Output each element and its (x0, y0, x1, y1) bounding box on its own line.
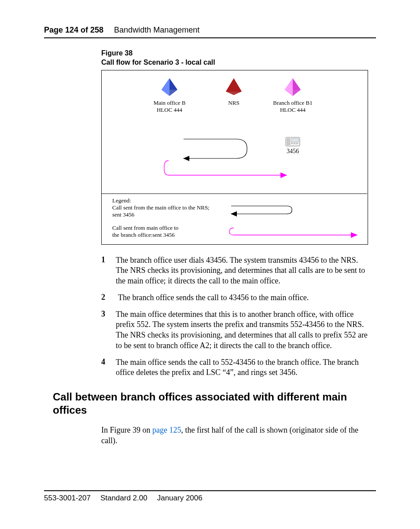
step-text: The main office determines that this is … (116, 309, 369, 351)
phone-icon (286, 137, 300, 146)
step-item: 3 The main office determines that this i… (101, 309, 369, 351)
legend-item-1b: sent 3456 (112, 211, 135, 218)
label-phone-ext: 3456 (287, 148, 299, 154)
svg-rect-11 (287, 139, 290, 145)
legend-sample-black (231, 206, 292, 214)
step-text: The branch office user dials 43456. The … (116, 255, 369, 287)
step-number: 3 (101, 309, 105, 351)
legend-sample-magenta (229, 228, 357, 235)
label-main-office-b-hloc: HLOC 444 (157, 107, 183, 113)
step-text: The branch office sends the call to 4345… (118, 293, 309, 303)
node-nrs (226, 78, 242, 95)
path-nrs-loop (184, 139, 247, 158)
figure-38: Figure 38 Call flow for Scenario 3 - loc… (101, 49, 376, 245)
svg-rect-12 (291, 139, 298, 142)
step-item: 1 The branch office user dials 43456. Th… (101, 255, 369, 287)
legend-item-2b: the branch office:sent 3456 (112, 231, 175, 238)
label-nrs: NRS (228, 99, 239, 106)
step-number: 4 (101, 357, 105, 378)
figure-number: Figure 38 (101, 49, 376, 58)
section-heading: Call between branch offices associated w… (53, 390, 367, 417)
page-number: Page 124 of 258 (44, 26, 103, 35)
svg-marker-6 (226, 78, 242, 95)
step-list: 1 The branch office user dials 43456. Th… (101, 255, 369, 378)
diagram-container: Main office B HLOC 444 NRS Branch office… (101, 70, 368, 245)
svg-rect-15 (296, 143, 298, 144)
step-number: 2 (101, 293, 107, 303)
legend-item-2a: Call sent from main office to (112, 224, 178, 231)
doc-number: 553-3001-207 (44, 494, 91, 503)
call-flow-diagram-svg: Main office B HLOC 444 NRS Branch office… (102, 70, 367, 244)
node-branch-b1 (285, 78, 301, 96)
chapter-title: Bandwidth Management (114, 26, 199, 35)
label-branch-b1-hloc: HLOC 444 (280, 107, 306, 113)
doc-standard: Standard 2.00 (100, 494, 147, 503)
body-paragraph: In Figure 39 on page 125, the first half… (101, 425, 370, 446)
document-page: Page 124 of 258 Bandwidth Management Fig… (0, 0, 420, 529)
page-footer: 553-3001-207 Standard 2.00 January 2006 (44, 490, 376, 503)
svg-marker-9 (285, 78, 293, 96)
figure-title: Call flow for Scenario 3 - local call (101, 58, 376, 67)
svg-rect-13 (291, 143, 293, 144)
doc-date: January 2006 (157, 494, 203, 503)
step-item: 2 The branch office sends the call to 43… (101, 293, 369, 303)
legend-item-1a: Call sent from the main office to the NR… (112, 204, 210, 211)
step-item: 4 The main office sends the call to 552-… (101, 357, 369, 378)
path-branch-send (164, 161, 287, 175)
svg-rect-14 (294, 143, 295, 144)
step-text: The main office sends the call to 552-43… (116, 357, 369, 378)
para-pre: In Figure 39 on (101, 426, 152, 434)
legend-title: Legend: (112, 197, 131, 204)
svg-marker-4 (162, 78, 169, 96)
label-main-office-b: Main office B (154, 99, 186, 106)
label-branch-b1: Branch office B1 (273, 99, 312, 106)
step-number: 1 (101, 255, 105, 287)
node-main-office-b (162, 78, 177, 96)
page-header: Page 124 of 258 Bandwidth Management (44, 26, 376, 38)
cross-ref-link[interactable]: page 125 (152, 426, 181, 434)
